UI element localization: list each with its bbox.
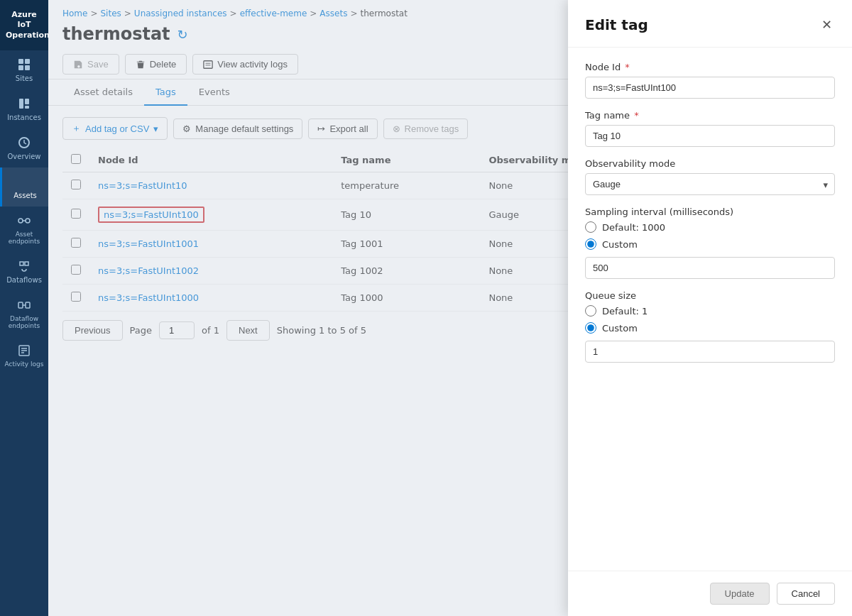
remove-tags-button[interactable]: ⊗ Remove tags: [383, 119, 469, 139]
node-id-input[interactable]: [585, 77, 835, 99]
node-id-cell-3[interactable]: ns=3;s=FastUInt1001: [89, 231, 332, 258]
row-checkbox-4[interactable]: [71, 265, 81, 275]
delete-button[interactable]: Delete: [125, 54, 187, 75]
dropdown-icon: ▾: [153, 123, 158, 134]
breadcrumb-sites[interactable]: Sites: [101, 9, 121, 18]
previous-button[interactable]: Previous: [62, 320, 123, 341]
breadcrumb-effective-meme[interactable]: effective-meme: [240, 9, 307, 18]
sampling-default-radio[interactable]: [585, 221, 596, 233]
sidebar-label-dataflow-endpoints: Dataflow endpoints: [3, 315, 45, 329]
sidebar: Azure IoT Operations Sites Instances Ove…: [0, 0, 48, 616]
breadcrumb-unassigned[interactable]: Unassigned instances: [134, 9, 227, 18]
sidebar-label-sites: Sites: [16, 75, 33, 82]
page-title: thermostat: [62, 24, 170, 44]
dataflows-icon: [17, 259, 31, 273]
svg-rect-2: [18, 65, 23, 70]
observability-label: Observability mode: [585, 158, 835, 169]
queue-size-group: Queue size Default: 1 Custom: [585, 290, 835, 363]
queue-custom-option[interactable]: Custom: [585, 322, 835, 334]
sidebar-item-assets[interactable]: Assets: [0, 167, 48, 207]
panel-title: Edit tag: [585, 16, 648, 33]
sidebar-item-dataflows[interactable]: Dataflows: [0, 252, 48, 291]
queue-default-option[interactable]: Default: 1: [585, 305, 835, 317]
sidebar-item-activity-logs[interactable]: Activity logs: [0, 336, 48, 375]
sidebar-label-overview: Overview: [7, 153, 40, 160]
tab-tags[interactable]: Tags: [144, 79, 187, 106]
node-id-cell-1[interactable]: ns=3;s=FastUInt10: [89, 172, 332, 199]
activity-icon: [203, 60, 213, 70]
node-id-group: Node Id *: [585, 62, 835, 99]
sidebar-item-instances[interactable]: Instances: [0, 89, 48, 128]
highlighted-node-id[interactable]: ns=3;s=FastUInt100: [98, 207, 204, 223]
svg-rect-1: [25, 59, 30, 64]
sidebar-label-asset-endpoints: Asset endpoints: [3, 231, 45, 245]
cancel-button[interactable]: Cancel: [777, 583, 835, 605]
close-panel-button[interactable]: ✕: [819, 14, 835, 35]
overview-icon: [17, 136, 31, 150]
tag-name-label: Tag name *: [585, 110, 835, 121]
node-id-label: Node Id *: [585, 62, 835, 72]
svg-rect-4: [19, 99, 23, 109]
sidebar-item-sites[interactable]: Sites: [0, 50, 48, 89]
breadcrumb-thermostat: thermostat: [360, 9, 407, 18]
row-checkbox-5[interactable]: [71, 292, 81, 302]
next-button[interactable]: Next: [226, 320, 270, 341]
sampling-default-option[interactable]: Default: 1000: [585, 221, 835, 233]
observability-select[interactable]: None Gauge Counter Histogram Log: [585, 173, 835, 195]
tag-name-cell-4: Tag 1002: [332, 258, 480, 285]
sidebar-item-overview[interactable]: Overview: [0, 128, 48, 167]
tag-name-cell-1: temperature: [332, 172, 480, 199]
sampling-group: Sampling interval (milliseconds) Default…: [585, 207, 835, 279]
queue-radio-group: Default: 1 Custom: [585, 305, 835, 334]
breadcrumb-assets[interactable]: Assets: [320, 9, 347, 18]
page-label: Page: [130, 325, 152, 336]
tab-asset-details[interactable]: Asset details: [62, 79, 144, 106]
queue-custom-radio[interactable]: [585, 322, 596, 334]
select-all-checkbox[interactable]: [71, 154, 81, 164]
queue-default-radio[interactable]: [585, 305, 596, 317]
export-all-button[interactable]: ↦ Export all: [308, 119, 377, 139]
svg-rect-11: [18, 302, 23, 308]
tag-name-cell-3: Tag 1001: [332, 231, 480, 258]
sampling-custom-input[interactable]: [585, 257, 835, 279]
panel-body: Node Id * Tag name * Observability mode …: [568, 48, 852, 571]
sync-icon[interactable]: ↻: [178, 27, 188, 42]
row-checkbox-3[interactable]: [71, 238, 81, 248]
remove-icon: ⊗: [393, 123, 400, 134]
of-label: of 1: [202, 325, 219, 336]
save-icon: [73, 60, 83, 70]
panel-footer: Update Cancel: [568, 571, 852, 616]
col-tag-name: Tag name: [332, 148, 480, 172]
sampling-label: Sampling interval (milliseconds): [585, 207, 835, 217]
logs-icon: [17, 343, 31, 358]
tag-name-input[interactable]: [585, 125, 835, 147]
tag-name-cell-2: Tag 10: [332, 199, 480, 231]
manage-settings-button[interactable]: ⚙ Manage default settings: [173, 119, 302, 139]
svg-point-9: [26, 219, 30, 223]
save-button[interactable]: Save: [62, 54, 119, 75]
app-title: Azure IoT Operations: [0, 0, 48, 50]
sampling-custom-option[interactable]: Custom: [585, 238, 835, 250]
observability-select-wrapper: None Gauge Counter Histogram Log ▾: [585, 173, 835, 195]
plus-icon: ＋: [72, 122, 81, 135]
add-tag-button[interactable]: ＋ Add tag or CSV ▾: [62, 117, 168, 140]
sidebar-item-dataflow-endpoints[interactable]: Dataflow endpoints: [0, 291, 48, 336]
sidebar-label-activity-logs: Activity logs: [5, 361, 44, 368]
tab-events[interactable]: Events: [187, 79, 241, 106]
sidebar-item-asset-endpoints[interactable]: Asset endpoints: [0, 207, 48, 252]
page-number-input[interactable]: [159, 321, 195, 339]
sampling-radio-group: Default: 1000 Custom: [585, 221, 835, 250]
row-checkbox-2[interactable]: [71, 209, 81, 219]
breadcrumb-home[interactable]: Home: [62, 9, 87, 18]
row-checkbox-1[interactable]: [71, 180, 81, 189]
update-button[interactable]: Update: [710, 583, 770, 605]
view-activity-button[interactable]: View activity logs: [192, 54, 298, 75]
node-id-cell-4[interactable]: ns=3;s=FastUInt1002: [89, 258, 332, 285]
sampling-custom-radio[interactable]: [585, 238, 596, 250]
node-id-cell-5[interactable]: ns=3;s=FastUInt1000: [89, 285, 332, 312]
sidebar-label-assets: Assets: [13, 192, 37, 199]
node-id-cell-2[interactable]: ns=3;s=FastUInt100: [89, 199, 332, 231]
svg-rect-18: [204, 60, 212, 68]
queue-custom-input[interactable]: [585, 341, 835, 363]
close-icon: ✕: [821, 17, 832, 33]
